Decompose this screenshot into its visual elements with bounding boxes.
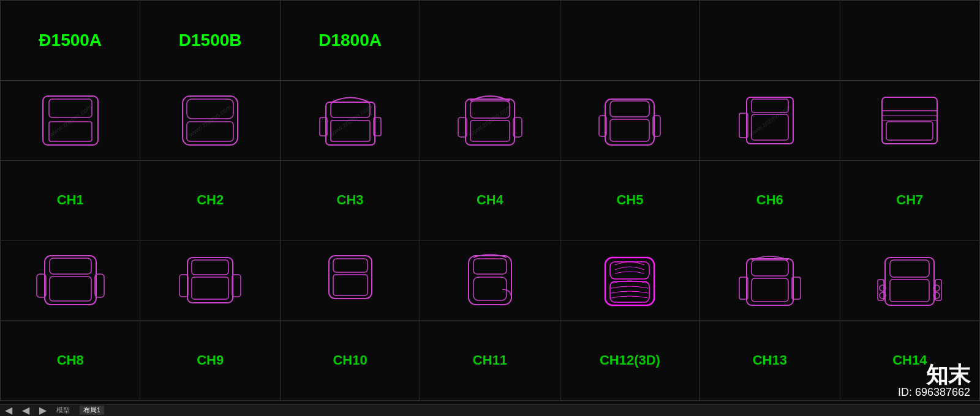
- svg-rect-3: [183, 96, 238, 145]
- chair-ch5-svg: [593, 84, 666, 157]
- svg-rect-41: [333, 259, 368, 272]
- svg-rect-37: [192, 277, 228, 299]
- cell-r2c2: www.znzmo.com: [140, 81, 280, 161]
- znzmo-branding: 知末 ID: 696387662: [898, 364, 970, 399]
- label-ch4: CH4: [477, 192, 503, 208]
- svg-rect-30: [45, 256, 96, 305]
- tab-model[interactable]: 模型: [56, 406, 70, 415]
- cell-r1c6: [700, 1, 840, 81]
- nav-prev[interactable]: ◀: [5, 404, 12, 416]
- label-d1500b: D1500B: [179, 31, 242, 50]
- cell-r5c5: CH12(3D): [560, 321, 700, 401]
- cell-r4c2: [140, 240, 280, 321]
- svg-rect-49: [747, 259, 793, 305]
- chair-ch12-svg: [593, 247, 666, 314]
- nav-next[interactable]: ▶: [39, 404, 47, 416]
- svg-rect-18: [610, 119, 649, 141]
- label-ch11: CH11: [473, 352, 507, 368]
- label-ch9: CH9: [197, 352, 224, 368]
- svg-rect-17: [610, 101, 649, 117]
- cell-r3c3: CH3: [281, 161, 420, 241]
- chair-ch9-svg: [176, 247, 244, 314]
- chair-ch8-svg: [34, 243, 107, 317]
- svg-rect-56: [890, 280, 929, 302]
- cell-r3c7: CH7: [840, 161, 980, 241]
- svg-rect-1: [49, 99, 92, 117]
- svg-rect-23: [752, 114, 788, 140]
- cell-r4c5: [560, 240, 700, 321]
- label-ch5: CH5: [616, 192, 643, 208]
- cell-r4c3: [281, 240, 420, 321]
- label-ch10: CH10: [333, 352, 367, 368]
- cell-r2c1: www.znzmo.com: [1, 81, 140, 161]
- cell-r2c5: [560, 81, 700, 161]
- chair-ch2-svg: [173, 84, 247, 157]
- cell-r3c6: CH6: [700, 161, 840, 241]
- svg-rect-39: [232, 275, 241, 297]
- cell-r5c1: CH8: [1, 321, 140, 401]
- svg-rect-42: [333, 275, 368, 295]
- cell-r4c1: [1, 240, 140, 321]
- cell-r1c3: D1800A: [281, 1, 420, 81]
- bottom-bar: ◀ ◀ ▶ 模型 布局1: [0, 404, 980, 416]
- svg-rect-32: [50, 277, 91, 301]
- cell-r1c5: [560, 1, 700, 81]
- svg-rect-16: [605, 99, 654, 145]
- cell-r3c2: CH2: [140, 161, 280, 241]
- label-d1800a: D1800A: [318, 31, 382, 50]
- svg-rect-62: [935, 280, 941, 300]
- svg-rect-7: [331, 102, 370, 117]
- cell-r5c6: CH13: [700, 321, 840, 401]
- cell-r5c3: CH10: [281, 321, 420, 401]
- label-ch1: CH1: [57, 192, 84, 208]
- nav-prev2[interactable]: ◀: [22, 404, 29, 416]
- label-ch123d: CH12(3D): [600, 352, 660, 368]
- svg-rect-2: [49, 122, 92, 141]
- cell-r4c6: [700, 240, 840, 321]
- svg-rect-12: [470, 101, 510, 118]
- svg-rect-38: [179, 275, 188, 297]
- label-ch3: CH3: [337, 192, 364, 208]
- chair-ch7-svg: [873, 84, 946, 157]
- label-ch13: CH13: [753, 352, 787, 368]
- chair-ch11-svg: [456, 247, 524, 314]
- svg-rect-21: [747, 97, 793, 144]
- tab-layout[interactable]: 布局1: [80, 406, 104, 415]
- svg-rect-40: [329, 256, 372, 299]
- cell-r2c7: [840, 81, 980, 161]
- svg-rect-45: [473, 277, 507, 300]
- znzmo-logo-text: 知末: [926, 364, 970, 386]
- chair-ch6-svg: [733, 84, 807, 157]
- svg-rect-31: [50, 258, 91, 274]
- cell-r1c2: D1500B: [140, 1, 280, 81]
- chair-ch13-svg: [733, 247, 807, 314]
- cell-r2c4: www.znzmo.com: [420, 81, 560, 161]
- svg-rect-4: [187, 99, 233, 119]
- label-ch8: CH8: [57, 352, 84, 368]
- svg-rect-51: [752, 278, 788, 302]
- svg-rect-13: [470, 121, 510, 141]
- svg-rect-22: [752, 99, 788, 113]
- cell-r3c1: CH1: [1, 161, 140, 241]
- svg-rect-54: [885, 258, 934, 305]
- svg-rect-6: [326, 102, 375, 145]
- cell-r3c4: CH4: [420, 161, 560, 241]
- cell-r5c4: CH11: [420, 321, 560, 401]
- label-ch7: CH7: [896, 192, 923, 208]
- cell-r4c4: [420, 240, 560, 321]
- svg-rect-0: [43, 96, 98, 145]
- svg-rect-35: [187, 258, 233, 303]
- svg-rect-61: [878, 280, 884, 300]
- svg-rect-50: [752, 260, 788, 276]
- cell-r2c3: www.znzmo.com: [281, 81, 420, 161]
- cell-r1c1: Đ1500A: [1, 1, 140, 81]
- znzmo-logo-id: ID: 696387662: [898, 386, 970, 399]
- chair-ch3-svg: [314, 84, 387, 157]
- svg-rect-36: [192, 260, 228, 275]
- svg-rect-5: [187, 122, 233, 141]
- chair-ch14-svg: [873, 247, 946, 314]
- cell-r3c5: CH5: [560, 161, 700, 241]
- cell-r1c7: [840, 1, 980, 81]
- cad-grid: Đ1500A D1500B D1800A www.znzmo.com www.z…: [0, 0, 980, 401]
- label-ch6: CH6: [756, 192, 783, 208]
